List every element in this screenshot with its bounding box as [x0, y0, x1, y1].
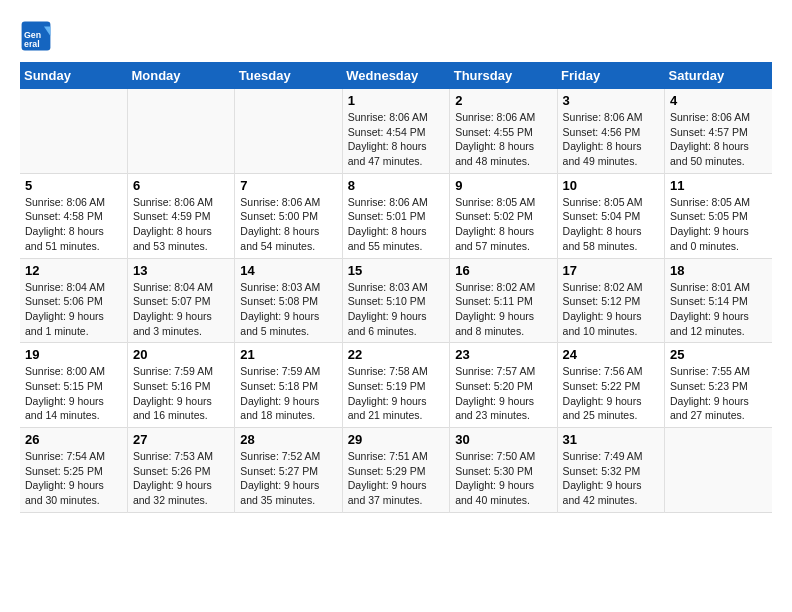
day-cell: 10Sunrise: 8:05 AM Sunset: 5:04 PM Dayli…	[557, 173, 664, 258]
day-number: 16	[455, 263, 551, 278]
day-cell: 8Sunrise: 8:06 AM Sunset: 5:01 PM Daylig…	[342, 173, 449, 258]
column-header-wednesday: Wednesday	[342, 62, 449, 89]
day-cell: 14Sunrise: 8:03 AM Sunset: 5:08 PM Dayli…	[235, 258, 342, 343]
day-info: Sunrise: 7:57 AM Sunset: 5:20 PM Dayligh…	[455, 364, 551, 423]
day-info: Sunrise: 8:05 AM Sunset: 5:05 PM Dayligh…	[670, 195, 767, 254]
day-number: 29	[348, 432, 444, 447]
day-number: 15	[348, 263, 444, 278]
day-number: 8	[348, 178, 444, 193]
day-info: Sunrise: 7:54 AM Sunset: 5:25 PM Dayligh…	[25, 449, 122, 508]
day-cell: 22Sunrise: 7:58 AM Sunset: 5:19 PM Dayli…	[342, 343, 449, 428]
day-number: 20	[133, 347, 229, 362]
day-number: 18	[670, 263, 767, 278]
day-number: 3	[563, 93, 659, 108]
day-info: Sunrise: 8:00 AM Sunset: 5:15 PM Dayligh…	[25, 364, 122, 423]
header: Gen eral	[20, 20, 772, 52]
day-cell: 27Sunrise: 7:53 AM Sunset: 5:26 PM Dayli…	[127, 428, 234, 513]
day-number: 12	[25, 263, 122, 278]
day-number: 28	[240, 432, 336, 447]
day-number: 25	[670, 347, 767, 362]
day-cell: 16Sunrise: 8:02 AM Sunset: 5:11 PM Dayli…	[450, 258, 557, 343]
column-header-thursday: Thursday	[450, 62, 557, 89]
column-header-saturday: Saturday	[665, 62, 772, 89]
calendar-table: SundayMondayTuesdayWednesdayThursdayFrid…	[20, 62, 772, 513]
day-number: 22	[348, 347, 444, 362]
day-number: 4	[670, 93, 767, 108]
day-info: Sunrise: 8:04 AM Sunset: 5:07 PM Dayligh…	[133, 280, 229, 339]
day-number: 30	[455, 432, 551, 447]
day-cell	[235, 89, 342, 173]
day-number: 1	[348, 93, 444, 108]
day-info: Sunrise: 7:59 AM Sunset: 5:16 PM Dayligh…	[133, 364, 229, 423]
day-cell: 5Sunrise: 8:06 AM Sunset: 4:58 PM Daylig…	[20, 173, 127, 258]
day-info: Sunrise: 7:50 AM Sunset: 5:30 PM Dayligh…	[455, 449, 551, 508]
day-number: 13	[133, 263, 229, 278]
day-cell: 20Sunrise: 7:59 AM Sunset: 5:16 PM Dayli…	[127, 343, 234, 428]
day-cell: 1Sunrise: 8:06 AM Sunset: 4:54 PM Daylig…	[342, 89, 449, 173]
day-cell: 2Sunrise: 8:06 AM Sunset: 4:55 PM Daylig…	[450, 89, 557, 173]
day-number: 17	[563, 263, 659, 278]
day-cell: 7Sunrise: 8:06 AM Sunset: 5:00 PM Daylig…	[235, 173, 342, 258]
day-info: Sunrise: 8:06 AM Sunset: 4:58 PM Dayligh…	[25, 195, 122, 254]
day-number: 24	[563, 347, 659, 362]
day-info: Sunrise: 8:03 AM Sunset: 5:08 PM Dayligh…	[240, 280, 336, 339]
day-number: 2	[455, 93, 551, 108]
svg-text:Gen: Gen	[24, 30, 41, 40]
day-info: Sunrise: 8:06 AM Sunset: 4:59 PM Dayligh…	[133, 195, 229, 254]
day-info: Sunrise: 7:53 AM Sunset: 5:26 PM Dayligh…	[133, 449, 229, 508]
day-cell: 13Sunrise: 8:04 AM Sunset: 5:07 PM Dayli…	[127, 258, 234, 343]
day-number: 19	[25, 347, 122, 362]
day-cell: 6Sunrise: 8:06 AM Sunset: 4:59 PM Daylig…	[127, 173, 234, 258]
week-row-2: 5Sunrise: 8:06 AM Sunset: 4:58 PM Daylig…	[20, 173, 772, 258]
day-number: 14	[240, 263, 336, 278]
day-info: Sunrise: 8:06 AM Sunset: 5:00 PM Dayligh…	[240, 195, 336, 254]
day-info: Sunrise: 8:06 AM Sunset: 4:55 PM Dayligh…	[455, 110, 551, 169]
day-cell: 9Sunrise: 8:05 AM Sunset: 5:02 PM Daylig…	[450, 173, 557, 258]
day-cell: 30Sunrise: 7:50 AM Sunset: 5:30 PM Dayli…	[450, 428, 557, 513]
day-cell: 25Sunrise: 7:55 AM Sunset: 5:23 PM Dayli…	[665, 343, 772, 428]
column-headers: SundayMondayTuesdayWednesdayThursdayFrid…	[20, 62, 772, 89]
day-number: 5	[25, 178, 122, 193]
day-info: Sunrise: 8:01 AM Sunset: 5:14 PM Dayligh…	[670, 280, 767, 339]
day-info: Sunrise: 8:06 AM Sunset: 4:54 PM Dayligh…	[348, 110, 444, 169]
day-number: 31	[563, 432, 659, 447]
column-header-sunday: Sunday	[20, 62, 127, 89]
day-number: 7	[240, 178, 336, 193]
day-cell: 26Sunrise: 7:54 AM Sunset: 5:25 PM Dayli…	[20, 428, 127, 513]
day-info: Sunrise: 7:51 AM Sunset: 5:29 PM Dayligh…	[348, 449, 444, 508]
day-info: Sunrise: 8:02 AM Sunset: 5:12 PM Dayligh…	[563, 280, 659, 339]
day-info: Sunrise: 7:59 AM Sunset: 5:18 PM Dayligh…	[240, 364, 336, 423]
day-cell: 23Sunrise: 7:57 AM Sunset: 5:20 PM Dayli…	[450, 343, 557, 428]
week-row-3: 12Sunrise: 8:04 AM Sunset: 5:06 PM Dayli…	[20, 258, 772, 343]
day-info: Sunrise: 8:05 AM Sunset: 5:04 PM Dayligh…	[563, 195, 659, 254]
day-info: Sunrise: 7:58 AM Sunset: 5:19 PM Dayligh…	[348, 364, 444, 423]
day-info: Sunrise: 7:49 AM Sunset: 5:32 PM Dayligh…	[563, 449, 659, 508]
day-number: 10	[563, 178, 659, 193]
day-cell	[665, 428, 772, 513]
day-cell	[127, 89, 234, 173]
day-number: 6	[133, 178, 229, 193]
day-cell: 19Sunrise: 8:00 AM Sunset: 5:15 PM Dayli…	[20, 343, 127, 428]
day-info: Sunrise: 8:05 AM Sunset: 5:02 PM Dayligh…	[455, 195, 551, 254]
svg-text:eral: eral	[24, 39, 40, 49]
day-cell: 17Sunrise: 8:02 AM Sunset: 5:12 PM Dayli…	[557, 258, 664, 343]
day-number: 23	[455, 347, 551, 362]
day-cell: 3Sunrise: 8:06 AM Sunset: 4:56 PM Daylig…	[557, 89, 664, 173]
day-info: Sunrise: 8:04 AM Sunset: 5:06 PM Dayligh…	[25, 280, 122, 339]
day-cell: 12Sunrise: 8:04 AM Sunset: 5:06 PM Dayli…	[20, 258, 127, 343]
day-info: Sunrise: 8:06 AM Sunset: 5:01 PM Dayligh…	[348, 195, 444, 254]
day-number: 27	[133, 432, 229, 447]
column-header-monday: Monday	[127, 62, 234, 89]
day-number: 21	[240, 347, 336, 362]
day-cell: 11Sunrise: 8:05 AM Sunset: 5:05 PM Dayli…	[665, 173, 772, 258]
day-info: Sunrise: 7:56 AM Sunset: 5:22 PM Dayligh…	[563, 364, 659, 423]
column-header-tuesday: Tuesday	[235, 62, 342, 89]
week-row-5: 26Sunrise: 7:54 AM Sunset: 5:25 PM Dayli…	[20, 428, 772, 513]
day-number: 11	[670, 178, 767, 193]
day-cell: 24Sunrise: 7:56 AM Sunset: 5:22 PM Dayli…	[557, 343, 664, 428]
week-row-4: 19Sunrise: 8:00 AM Sunset: 5:15 PM Dayli…	[20, 343, 772, 428]
day-info: Sunrise: 8:02 AM Sunset: 5:11 PM Dayligh…	[455, 280, 551, 339]
day-info: Sunrise: 8:03 AM Sunset: 5:10 PM Dayligh…	[348, 280, 444, 339]
day-cell: 15Sunrise: 8:03 AM Sunset: 5:10 PM Dayli…	[342, 258, 449, 343]
day-cell: 18Sunrise: 8:01 AM Sunset: 5:14 PM Dayli…	[665, 258, 772, 343]
